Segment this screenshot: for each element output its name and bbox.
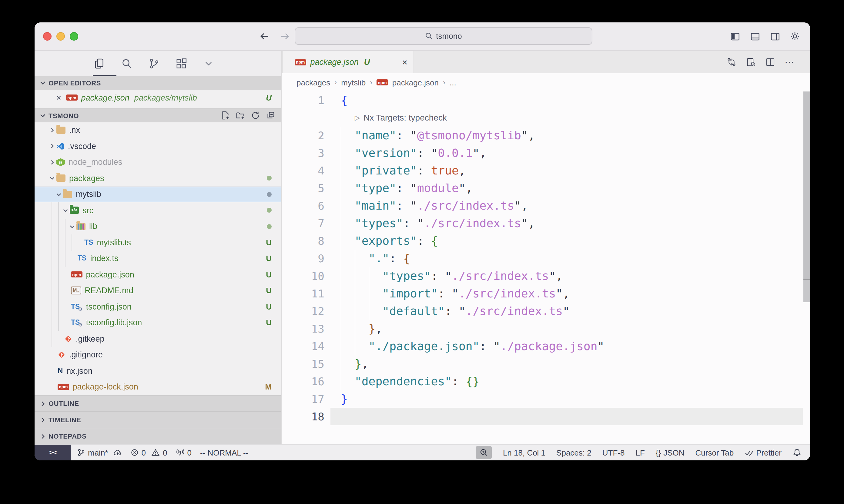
tree-item-packages[interactable]: packages xyxy=(35,170,281,186)
collapse-folders-icon[interactable] xyxy=(266,111,275,120)
formatter-item[interactable]: Prettier xyxy=(744,448,781,457)
code-line-17[interactable]: 17} xyxy=(282,390,810,408)
code-line-4[interactable]: 4 "private": true, xyxy=(282,162,810,179)
code-line-18[interactable]: 18 xyxy=(282,408,810,425)
codelens-nx-targets[interactable]: ▷Nx Targets: typecheck xyxy=(282,109,810,127)
search-view-icon[interactable] xyxy=(120,57,133,70)
code-line-3[interactable]: 3 "version": "0.0.1", xyxy=(282,144,810,162)
more-actions-icon[interactable]: ⋯ xyxy=(785,56,794,68)
open-editors-header[interactable]: OPEN EDITORS xyxy=(35,76,281,89)
zoom-indicator[interactable] xyxy=(476,446,492,459)
toggle-secondary-sidebar-icon[interactable] xyxy=(770,31,780,42)
toggle-panel-icon[interactable] xyxy=(750,31,760,42)
tree-item-index-ts[interactable]: TSindex.tsU xyxy=(35,251,281,267)
split-editor-icon[interactable] xyxy=(765,57,775,67)
cursor-tab-item[interactable]: Cursor Tab xyxy=(695,448,734,457)
code-line-8[interactable]: 8 "exports": { xyxy=(282,232,810,250)
notifications-bell-icon[interactable] xyxy=(792,448,802,457)
tree-item-src[interactable]: </>src xyxy=(35,202,281,218)
language-mode-item[interactable]: {} JSON xyxy=(656,448,685,457)
new-file-icon[interactable] xyxy=(221,111,230,120)
vscode-icon xyxy=(56,142,64,150)
new-folder-icon[interactable] xyxy=(236,111,245,120)
code-line-2[interactable]: 2 "name": "@tsmono/mytslib", xyxy=(282,127,810,144)
forward-icon[interactable] xyxy=(279,31,290,42)
git-status-badge: U xyxy=(266,318,272,327)
cursor-position-item[interactable]: Ln 18, Col 1 xyxy=(503,448,545,457)
chevron-down-icon[interactable] xyxy=(61,208,70,214)
encoding-item[interactable]: UTF-8 xyxy=(602,448,625,457)
command-center-search[interactable]: tsmono xyxy=(295,27,592,45)
explorer-icon[interactable] xyxy=(93,57,105,70)
code-line-10[interactable]: 10 "types": "./src/index.ts", xyxy=(282,267,810,285)
chevron-right-icon[interactable] xyxy=(48,159,56,165)
code-line-5[interactable]: 5 "type": "module", xyxy=(282,179,810,197)
breadcrumb-item[interactable]: package.json xyxy=(392,78,439,87)
outline-section-header[interactable]: OUTLINE xyxy=(35,395,281,411)
tree-item-gitkeep[interactable]: .gitkeep xyxy=(35,331,281,347)
breadcrumb-item[interactable]: packages xyxy=(296,78,330,87)
indentation-item[interactable]: Spaces: 2 xyxy=(556,448,591,457)
open-preview-icon[interactable] xyxy=(746,57,756,67)
tree-item-nx-json[interactable]: Nnx.json xyxy=(35,363,281,379)
editor-scrollbar[interactable] xyxy=(803,91,810,444)
chevron-down-icon[interactable] xyxy=(48,175,56,181)
breadcrumb-item[interactable]: mytslib xyxy=(341,78,366,87)
code-editor[interactable]: 1{▷Nx Targets: typecheck2 "name": "@tsmo… xyxy=(282,91,810,444)
line-number: 18 xyxy=(282,408,324,425)
code-line-13[interactable]: 13 }, xyxy=(282,320,810,337)
close-tab-icon[interactable]: × xyxy=(402,57,408,67)
tab-package-json[interactable]: npm package.json U × xyxy=(282,51,414,73)
explorer-section-header[interactable]: TSMONO xyxy=(35,108,281,122)
git-branch-item[interactable]: main* xyxy=(77,448,122,457)
remote-indicator[interactable]: >< xyxy=(35,445,71,461)
chevron-down-icon[interactable] xyxy=(68,223,76,230)
tree-item-mytslib[interactable]: mytslib xyxy=(35,186,281,202)
minimize-window-button[interactable] xyxy=(56,32,65,41)
scrollbar-thumb[interactable] xyxy=(803,91,810,280)
editor-window: tsmono xyxy=(35,22,810,461)
chevron-right-icon[interactable] xyxy=(48,127,56,133)
tree-item-vscode[interactable]: .vscode xyxy=(35,138,281,154)
tree-item-tsconfig-json[interactable]: TS⚙tsconfig.jsonU xyxy=(35,299,281,315)
code-line-9[interactable]: 9 ".": { xyxy=(282,250,810,267)
close-editor-icon[interactable]: × xyxy=(55,93,63,102)
code-line-15[interactable]: 15 }, xyxy=(282,355,810,373)
code-line-14[interactable]: 14 "./package.json": "./package.json" xyxy=(282,337,810,355)
back-icon[interactable] xyxy=(259,31,270,42)
tree-item-gitignore[interactable]: .gitignore xyxy=(35,347,281,363)
tree-item-package-json[interactable]: npmpackage.jsonU xyxy=(35,267,281,283)
chevron-right-icon[interactable] xyxy=(48,143,56,149)
tree-item-mytslib-ts[interactable]: TSmytslib.tsU xyxy=(35,234,281,251)
tree-item-node-modules[interactable]: jsnode_modules xyxy=(35,154,281,170)
settings-gear-icon[interactable] xyxy=(789,31,800,42)
chevron-down-icon[interactable] xyxy=(55,192,63,197)
more-views-chevron-icon[interactable] xyxy=(202,57,214,70)
source-control-icon[interactable] xyxy=(147,57,160,70)
open-editor-item[interactable]: × npm package.json packages/mytslib U xyxy=(35,89,281,106)
tree-item-package-lock-json[interactable]: npmpackage-lock.jsonM xyxy=(35,379,281,395)
refresh-icon[interactable] xyxy=(251,111,260,120)
timeline-section-header[interactable]: TIMELINE xyxy=(35,411,281,428)
ports-item[interactable]: 0 xyxy=(175,448,191,457)
notepads-section-header[interactable]: NOTEPADS xyxy=(35,428,281,444)
close-window-button[interactable] xyxy=(43,32,52,41)
extensions-icon[interactable] xyxy=(175,57,187,70)
zoom-window-button[interactable] xyxy=(70,32,78,41)
code-line-12[interactable]: 12 "default": "./src/index.ts" xyxy=(282,302,810,320)
code-line-6[interactable]: 6 "main": "./src/index.ts", xyxy=(282,197,810,214)
problems-item[interactable]: 0 0 xyxy=(131,448,167,457)
code-line-11[interactable]: 11 "import": "./src/index.ts", xyxy=(282,285,810,302)
tree-item-nx[interactable]: .nx xyxy=(35,122,281,138)
eol-item[interactable]: LF xyxy=(635,448,644,457)
tree-item-tsconfig-lib-json[interactable]: TS⚙tsconfig.lib.jsonU xyxy=(35,315,281,331)
code-line-7[interactable]: 7 "types": "./src/index.ts", xyxy=(282,214,810,232)
toggle-primary-sidebar-icon[interactable] xyxy=(729,31,740,42)
code-line-16[interactable]: 16 "dependencies": {} xyxy=(282,373,810,390)
open-changes-icon[interactable] xyxy=(726,57,737,67)
tree-item-lib[interactable]: lib xyxy=(35,218,281,234)
tree-item-readme-md[interactable]: M↓README.mdU xyxy=(35,283,281,299)
breadcrumb-item[interactable]: ... xyxy=(450,78,456,87)
vim-mode-item[interactable]: -- NORMAL -- xyxy=(200,448,248,457)
code-line-1[interactable]: 1{ xyxy=(282,91,810,109)
